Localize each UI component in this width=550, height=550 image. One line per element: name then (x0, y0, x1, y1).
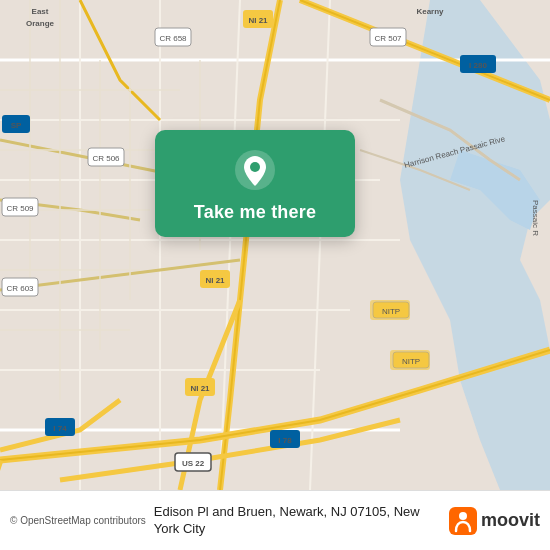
svg-text:CR 658: CR 658 (159, 34, 187, 43)
svg-text:Passaic R: Passaic R (531, 200, 540, 236)
address-text: Edison Pl and Bruen, Newark, NJ 07105, N… (154, 504, 441, 538)
svg-text:NITP: NITP (382, 307, 400, 316)
svg-point-60 (250, 162, 260, 172)
svg-text:Orange: Orange (26, 19, 55, 28)
svg-text:NI 21: NI 21 (205, 276, 225, 285)
take-me-there-label: Take me there (194, 202, 316, 223)
svg-text:SP: SP (11, 121, 22, 130)
svg-point-62 (459, 512, 467, 520)
svg-text:I 78: I 78 (278, 436, 292, 445)
svg-text:NI 21: NI 21 (248, 16, 268, 25)
svg-text:CR 507: CR 507 (374, 34, 402, 43)
svg-text:East: East (32, 7, 49, 16)
svg-text:Kearny: Kearny (416, 7, 444, 16)
svg-text:CR 509: CR 509 (6, 204, 34, 213)
moovit-logo: moovit (449, 507, 540, 535)
svg-text:US 22: US 22 (182, 459, 205, 468)
svg-text:CR 603: CR 603 (6, 284, 34, 293)
svg-text:NITP: NITP (402, 357, 420, 366)
bottom-bar: © OpenStreetMap contributors Edison Pl a… (0, 490, 550, 550)
svg-text:NI 21: NI 21 (190, 384, 210, 393)
map-container: CR 658 NI 21 CR 507 I 280 SP CR 509 CR 5… (0, 0, 550, 490)
svg-text:CR 506: CR 506 (92, 154, 120, 163)
moovit-brand-icon (449, 507, 477, 535)
moovit-text: moovit (481, 510, 540, 531)
osm-attribution: © OpenStreetMap contributors (10, 515, 146, 526)
svg-text:I 74: I 74 (53, 424, 67, 433)
location-pin-icon (233, 148, 277, 192)
svg-text:I 280: I 280 (469, 61, 487, 70)
take-me-there-card[interactable]: Take me there (155, 130, 355, 237)
